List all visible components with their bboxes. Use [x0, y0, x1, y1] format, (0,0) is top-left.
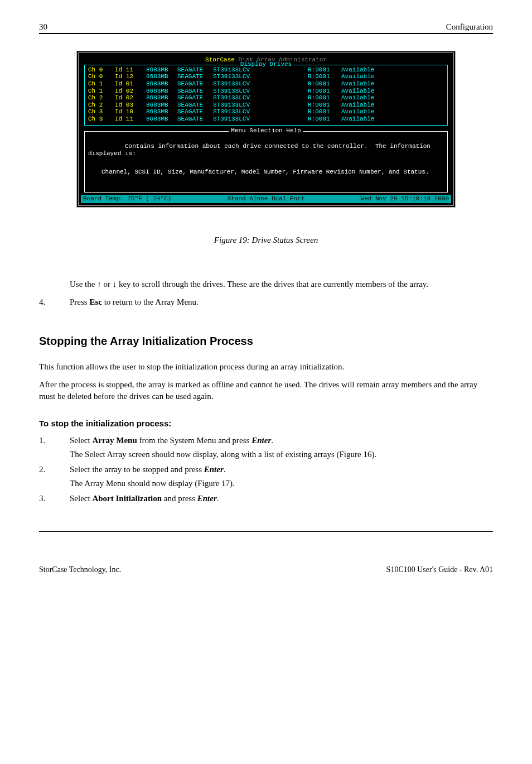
drive-row: Ch 1Id 028683MBSEAGATEST39133LCVR:0001Av… — [88, 88, 444, 95]
terminal-title-bright: StorCase — [205, 56, 235, 63]
footer-rule — [39, 531, 493, 532]
step-2: 2.Select the array to be stopped and pre… — [39, 465, 493, 488]
status-mode: Stand-Alone Dual Port — [228, 195, 305, 203]
footer-left: StorCase Technology, Inc. — [39, 565, 121, 574]
section-para-1: This function allows the user to stop th… — [39, 361, 493, 372]
stop-process-heading: To stop the initialization process: — [39, 419, 493, 428]
section-heading: Stopping the Array Initialization Proces… — [39, 335, 493, 348]
step-1: 1.Select Array Menu from the System Menu… — [39, 436, 493, 459]
drive-row: Ch 0Id 128683MBSEAGATEST39133LCVR:0001Av… — [88, 73, 444, 80]
section-para-2: After the process is stopped, the array … — [39, 379, 493, 402]
figure-caption: Figure 19: Drive Status Screen — [39, 236, 493, 245]
help-line-1: Contains information about each drive co… — [88, 143, 434, 157]
drive-row: Ch 1Id 018683MBSEAGATEST39133LCVR:0001Av… — [88, 80, 444, 88]
arrow-up-icon: ↑ — [97, 279, 101, 289]
display-drives-title: Display Drives — [238, 61, 294, 68]
drive-row: Ch 3Id 118683MBSEAGATEST39133LCVR:0001Av… — [88, 116, 444, 123]
drive-row: Ch 3Id 108683MBSEAGATEST39133LCVR:0001Av… — [88, 108, 444, 116]
terminal-screenshot: :: StorCase Disk Array Administrator Dis… — [76, 51, 456, 208]
status-datetime: Wed Nov 29 15:18:18 2000 — [361, 195, 449, 203]
help-panel: Menu Selection Help Contains information… — [84, 131, 448, 193]
step-4: 4. Press Esc to return to the Array Menu… — [39, 297, 493, 307]
step-3: 3.Select Abort Initialization and press … — [39, 494, 493, 503]
help-line-2: Channel, SCSI ID, Size, Manufacturer, Mo… — [101, 169, 444, 176]
drive-row: Ch 2Id 038683MBSEAGATEST39133LCVR:0001Av… — [88, 102, 444, 109]
help-title: Menu Selection Help — [229, 127, 303, 134]
status-temp: Board Temp: 75ºF ( 24ºC) — [83, 195, 171, 203]
header-rule — [39, 33, 493, 34]
page-number: 30 — [39, 22, 47, 32]
footer-right: S10C100 User's Guide - Rev. A01 — [386, 565, 493, 574]
use-arrows-paragraph: Use the ↑ or ↓ key to scroll through the… — [70, 278, 487, 290]
display-drives-panel: Display Drives Ch 0Id 118683MBSEAGATEST3… — [84, 65, 448, 126]
drive-row: Ch 2Id 028683MBSEAGATEST39133LCVR:0001Av… — [88, 94, 444, 102]
terminal-status-bar: Board Temp: 75ºF ( 24ºC) Stand-Alone Dua… — [81, 195, 451, 203]
header-section: Configuration — [446, 22, 493, 32]
